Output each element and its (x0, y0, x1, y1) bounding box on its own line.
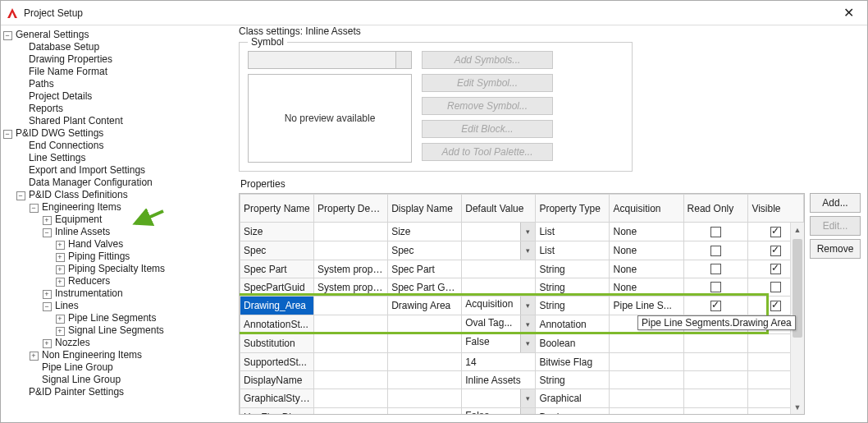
scroll-down-icon[interactable]: ▼ (791, 400, 804, 414)
chevron-down-icon[interactable]: ▾ (520, 223, 535, 241)
symbol-select[interactable]: ▾ (248, 51, 412, 69)
col-property-name[interactable]: Property Name (240, 195, 314, 223)
tree-node[interactable]: File Name Format (27, 66, 107, 78)
cell-property-name[interactable]: DisplayName (240, 371, 314, 389)
tree-node[interactable]: Database Setup (27, 41, 99, 53)
col-property-desc[interactable]: Property Description (314, 195, 388, 223)
cell-property-name[interactable]: SpecPartGuid (240, 278, 314, 297)
checkbox[interactable] (710, 301, 721, 311)
close-icon[interactable]: ✕ (837, 2, 861, 24)
cell-display-name[interactable]: Spec (388, 241, 462, 260)
col-acquisition[interactable]: Acquisition (610, 195, 683, 223)
tree-node[interactable]: P&ID DWG Settings (14, 127, 103, 140)
add-button[interactable]: Add... (810, 193, 861, 213)
cell-property-desc[interactable] (314, 297, 388, 315)
tree-node[interactable]: Piping Fittings (66, 251, 130, 263)
tree-node[interactable]: Lines (53, 300, 79, 312)
add-tool-palette-button[interactable]: Add to Tool Palette... (422, 143, 553, 161)
cell-display-name[interactable] (388, 315, 462, 334)
checkbox[interactable] (710, 246, 721, 256)
cell-property-desc[interactable] (314, 389, 388, 408)
tree-node[interactable]: P&ID Painter Settings (27, 386, 124, 398)
tree-node[interactable]: Hand Valves (66, 238, 123, 251)
table-row[interactable]: SupportedSt...14Bitwise Flag (240, 353, 804, 371)
cell-property-desc[interactable] (314, 408, 388, 415)
tree-node[interactable]: Paths (27, 78, 54, 90)
col-display-name[interactable]: Display Name (388, 195, 462, 223)
chevron-down-icon[interactable]: ▾ (520, 389, 535, 407)
cell-default-value[interactable]: Oval Tag...▾ (462, 315, 536, 334)
expand-icon[interactable]: + (43, 290, 52, 299)
cell-display-name[interactable]: Spec Part (388, 260, 462, 278)
cell-read-only[interactable] (683, 223, 748, 241)
cell-display-name[interactable] (388, 408, 462, 415)
chevron-down-icon[interactable]: ▾ (520, 241, 535, 260)
collapse-icon[interactable]: − (3, 31, 12, 40)
cell-acquisition[interactable]: None (610, 278, 683, 297)
cell-property-type[interactable]: String (536, 297, 610, 315)
tree-node[interactable]: Signal Line Group (40, 374, 121, 386)
cell-acquisition[interactable]: None (610, 223, 683, 241)
cell-property-desc[interactable] (314, 371, 388, 389)
cell-property-desc[interactable]: System prope... (314, 260, 388, 278)
tree-node[interactable]: P&ID Class Definitions (27, 189, 128, 201)
tree-node[interactable]: Inline Assets (53, 226, 110, 238)
cell-read-only[interactable] (683, 371, 748, 389)
cell-property-desc[interactable] (314, 223, 388, 241)
tree-node[interactable]: Piping Specialty Items (66, 263, 165, 275)
cell-default-value[interactable]: ▾ (462, 241, 536, 260)
table-row[interactable]: SubstitutionFalse▾Boolean (240, 334, 804, 353)
checkbox[interactable] (710, 227, 721, 237)
cell-read-only[interactable] (683, 260, 748, 278)
cell-acquisition[interactable]: None (610, 241, 683, 260)
cell-default-value[interactable]: ▾ (462, 223, 536, 241)
checkbox[interactable] (770, 246, 781, 256)
table-row[interactable]: HasFlowDire...False▾Boolean (240, 408, 804, 415)
cell-property-type[interactable]: Bitwise Flag (536, 353, 610, 371)
expand-icon[interactable]: + (56, 278, 65, 287)
cell-property-desc[interactable] (314, 241, 388, 260)
cell-default-value[interactable]: False▾ (462, 408, 536, 415)
cell-property-type[interactable]: Graphical (536, 389, 610, 408)
cell-acquisition[interactable]: None (610, 260, 683, 278)
collapse-icon[interactable]: − (43, 228, 52, 237)
expand-icon[interactable]: + (43, 216, 52, 225)
cell-default-value[interactable]: 14 (462, 353, 536, 371)
cell-read-only[interactable] (683, 389, 748, 408)
cell-read-only[interactable] (683, 408, 748, 415)
checkbox[interactable] (710, 264, 721, 274)
cell-display-name[interactable]: Spec Part Guid (388, 278, 462, 297)
checkbox[interactable] (710, 282, 721, 292)
col-visible[interactable]: Visible (748, 195, 804, 223)
tree-node[interactable]: Equipment (53, 214, 102, 226)
cell-property-name[interactable]: Spec Part (240, 260, 314, 278)
table-row[interactable]: Drawing_AreaDrawing AreaAcquisition▾Stri… (240, 297, 804, 315)
cell-property-type[interactable]: Boolean (536, 334, 610, 353)
cell-property-desc[interactable] (314, 315, 388, 334)
table-row[interactable]: SpecSpec▾ListNone (240, 241, 804, 260)
tree-node[interactable]: Export and Import Settings (27, 164, 145, 177)
tree-node[interactable]: Data Manager Configuration (27, 177, 153, 189)
tree-node[interactable]: Reports (27, 103, 63, 115)
cell-property-name[interactable]: Spec (240, 241, 314, 260)
cell-acquisition[interactable]: Pipe Line S... (610, 297, 683, 315)
checkbox[interactable] (770, 282, 781, 292)
tree-node[interactable]: Nozzles (53, 337, 90, 349)
cell-acquisition[interactable] (610, 353, 683, 371)
cell-property-type[interactable]: List (536, 241, 610, 260)
tree-node[interactable]: Drawing Properties (27, 53, 112, 66)
cell-property-desc[interactable] (314, 353, 388, 371)
tree-node[interactable]: Non Engineering Items (40, 349, 142, 361)
collapse-icon[interactable]: − (30, 204, 39, 213)
tree-node[interactable]: Project Details (27, 90, 92, 103)
tree-node[interactable]: Line Settings (27, 152, 85, 164)
sidebar-tree[interactable]: −General SettingsDatabase SetupDrawing P… (1, 25, 237, 422)
cell-property-name[interactable]: GraphicalStyl... (240, 389, 314, 408)
cell-read-only[interactable] (683, 241, 748, 260)
cell-property-type[interactable]: String (536, 371, 610, 389)
cell-property-type[interactable]: List (536, 223, 610, 241)
expand-icon[interactable]: + (56, 253, 65, 262)
expand-icon[interactable]: + (30, 352, 39, 361)
cell-display-name[interactable] (388, 371, 462, 389)
cell-property-desc[interactable] (314, 334, 388, 353)
